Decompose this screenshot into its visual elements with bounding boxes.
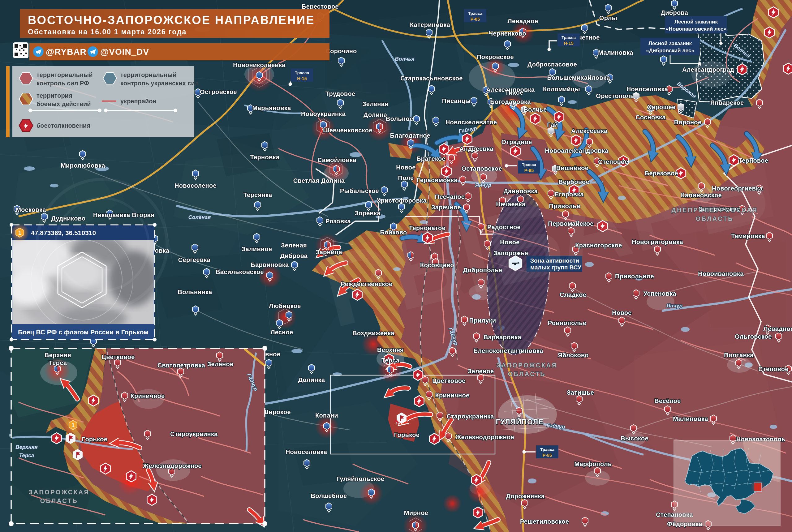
svg-text:Варваровка: Варваровка	[484, 334, 521, 341]
svg-text:Солёная: Солёная	[188, 214, 211, 220]
svg-text:Николаевка Вторая: Николаевка Вторая	[93, 212, 154, 218]
svg-text:@RYBAR: @RYBAR	[46, 47, 87, 57]
svg-text:контроль сил РФ: контроль сил РФ	[37, 80, 89, 87]
svg-text:Трасса: Трасса	[468, 11, 483, 16]
svg-text:Терса: Терса	[381, 357, 400, 364]
svg-text:Зеленое: Зеленое	[468, 368, 494, 375]
svg-text:Еленоконстантиновка: Еленоконстантиновка	[474, 347, 543, 354]
svg-text:Хорошее: Хорошее	[647, 103, 676, 110]
svg-text:Покровское: Покровское	[477, 54, 514, 60]
svg-text:Берестовое: Берестовое	[302, 3, 339, 10]
svg-text:Сорочино: Сорочино	[325, 48, 357, 54]
svg-text:Волчье: Волчье	[524, 106, 547, 113]
svg-text:Новоскелеватое: Новоскелеватое	[446, 119, 497, 126]
svg-text:Вольное: Вольное	[386, 115, 413, 122]
svg-text:Андреевка: Андреевка	[459, 145, 493, 152]
svg-text:Герасимовка: Герасимовка	[417, 177, 457, 184]
svg-text:47.873369, 36.510310: 47.873369, 36.510310	[31, 229, 96, 236]
svg-text:Мирное: Мирное	[404, 509, 428, 516]
svg-text:Староукраинка: Староукраинка	[170, 431, 218, 437]
svg-text:Трасса: Трасса	[540, 447, 555, 452]
svg-text:Староукраинка: Староукраинка	[447, 413, 494, 420]
svg-text:Криничное: Криничное	[131, 393, 165, 399]
svg-text:Лесной заказник: Лесной заказник	[648, 40, 692, 46]
svg-text:Верхняя: Верхняя	[16, 444, 37, 450]
svg-text:территориальный: территориальный	[120, 72, 176, 78]
svg-text:Полтавка: Полтавка	[724, 352, 754, 359]
svg-text:Волчья: Волчья	[395, 56, 415, 62]
svg-text:Дудниково: Дудниково	[51, 215, 86, 222]
svg-text:Рыбальское: Рыбальское	[340, 187, 379, 194]
svg-text:Островское: Островское	[200, 89, 237, 95]
svg-text:Барвиновка: Барвиновка	[250, 261, 289, 268]
svg-text:Диброва: Диброва	[661, 9, 689, 16]
svg-text:Терновка: Терновка	[250, 154, 280, 160]
svg-text:Новоселовка: Новоселовка	[626, 86, 668, 93]
svg-text:Гай: Гай	[547, 121, 558, 128]
svg-text:Левадное: Левадное	[508, 18, 538, 24]
svg-text:Вольнянка: Вольнянка	[178, 289, 212, 296]
svg-text:Степовое: Степовое	[758, 366, 788, 373]
svg-text:Волшебное: Волшебное	[311, 492, 347, 499]
svg-text:Святопетровка: Святопетровка	[157, 362, 205, 369]
svg-text:Успеновка: Успеновка	[643, 290, 677, 297]
svg-text:Новоселовка: Новоселовка	[286, 449, 327, 455]
svg-text:Терсянка: Терсянка	[244, 191, 272, 198]
svg-text:Александроград: Александроград	[682, 66, 734, 73]
svg-text:Зоревка: Зоревка	[355, 210, 380, 216]
svg-text:Московка: Московка	[16, 206, 46, 213]
svg-text:Новониколаевка: Новониколаевка	[233, 61, 286, 68]
svg-text:Старокасьяновское: Старокасьяновское	[400, 75, 463, 82]
svg-text:Трасса: Трасса	[522, 163, 536, 167]
svg-text:Терса: Терса	[19, 453, 34, 458]
svg-text:Алексеевка: Алексеевка	[571, 128, 608, 134]
svg-text:Богодаровка: Богодаровка	[490, 98, 531, 105]
svg-text:Зеленая: Зеленая	[281, 242, 307, 249]
svg-text:Весёлое: Весёлое	[654, 397, 681, 404]
svg-text:Вороное: Вороное	[674, 119, 702, 126]
svg-text:Миролюбовка: Миролюбовка	[61, 162, 105, 169]
svg-text:Янчур: Янчур	[666, 303, 682, 309]
svg-text:Самойловка: Самойловка	[317, 156, 357, 163]
svg-text:x2: x2	[395, 420, 400, 425]
svg-text:Затишье: Затишье	[567, 389, 594, 396]
svg-text:Остаповское: Остаповское	[461, 165, 502, 172]
svg-text:Орлы: Орлы	[599, 15, 617, 21]
svg-text:Прилуки: Прилуки	[469, 317, 496, 324]
svg-text:Отрадное: Отрадное	[501, 138, 532, 145]
svg-text:Обстановка на 16.00 1 марта 20: Обстановка на 16.00 1 марта 2026 года	[28, 28, 187, 36]
svg-text:Широкое: Широкое	[262, 408, 291, 415]
svg-text:территориальный: территориальный	[37, 72, 93, 78]
svg-text:Розовка: Розовка	[325, 218, 351, 225]
svg-text:Долинка: Долинка	[298, 376, 325, 383]
svg-text:ОБЛАСТЬ: ОБЛАСТЬ	[508, 370, 546, 377]
svg-text:укрепрайон: укрепрайон	[120, 98, 156, 104]
svg-text:Трасса: Трасса	[295, 71, 309, 75]
svg-text:Решетиловское: Решетиловское	[520, 518, 569, 525]
svg-text:ВОСТОЧНО-ЗАПОРОЖСКОЕ НАПРАВЛЕН: ВОСТОЧНО-ЗАПОРОЖСКОЕ НАПРАВЛЕНИЕ	[28, 14, 315, 26]
svg-text:Орестополь: Орестополь	[596, 93, 634, 99]
svg-text:ОБЛАСТЬ: ОБЛАСТЬ	[40, 497, 78, 504]
svg-text:Заливное: Заливное	[242, 246, 272, 252]
svg-text:Горькое: Горькое	[394, 432, 419, 438]
svg-text:Поле: Поле	[398, 174, 414, 181]
svg-text:Лесной заказник: Лесной заказник	[675, 19, 718, 25]
svg-text:Горькое: Горькое	[82, 436, 107, 443]
svg-text:Благодатное: Благодатное	[390, 132, 431, 139]
svg-text:Зеленое: Зеленое	[207, 361, 233, 367]
svg-text:Светлая Долина: Светлая Долина	[293, 177, 345, 184]
svg-text:Криничное: Криничное	[435, 392, 470, 399]
svg-text:Доброспасовое: Доброспасовое	[527, 61, 577, 68]
svg-text:Сергеевка: Сергеевка	[178, 256, 211, 263]
svg-text:Сосновка: Сосновка	[636, 114, 666, 121]
svg-text:Р-85: Р-85	[471, 17, 480, 22]
svg-text:Писанцы: Писанцы	[442, 97, 471, 104]
svg-text:«Дибровский лес»: «Дибровский лес»	[646, 48, 694, 54]
svg-text:Новоивановка: Новоивановка	[698, 270, 744, 277]
svg-text:Гуляйпольское: Гуляйпольское	[336, 475, 384, 482]
svg-text:Новоукраинка: Новоукраинка	[301, 110, 346, 117]
svg-text:боестолкновения: боестолкновения	[37, 122, 90, 129]
svg-text:Высокое: Высокое	[621, 435, 648, 442]
svg-text:Январское: Январское	[710, 99, 744, 106]
svg-text:Новое: Новое	[396, 164, 416, 171]
